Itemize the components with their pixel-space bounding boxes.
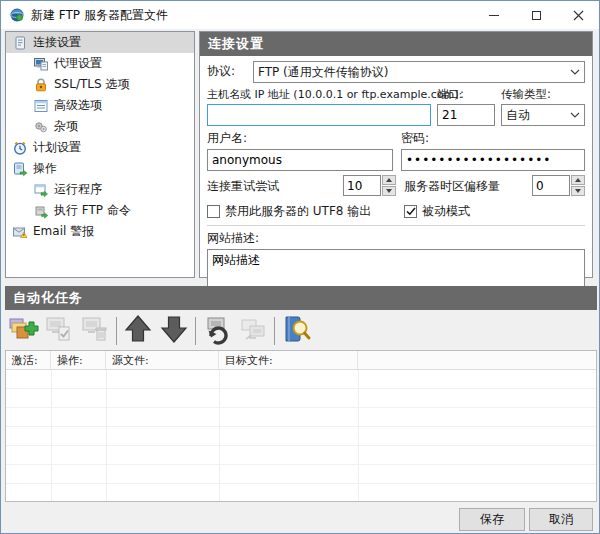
retry-label: 连接重试尝试: [207, 178, 343, 195]
retry-input[interactable]: [343, 175, 381, 196]
tasks-table-header: 激活:操作:源文件:目标文件:: [6, 351, 596, 370]
sidebar-item-actions[interactable]: 操作: [6, 158, 194, 179]
transfer-type-value: 自动: [506, 107, 530, 124]
delete-task-icon: [79, 313, 111, 348]
move-down-button[interactable]: [156, 313, 192, 349]
timezone-spin-down[interactable]: [571, 186, 585, 196]
app-icon: [9, 7, 25, 23]
toolbar-separator: [116, 317, 117, 345]
ftp-command-icon: [33, 203, 49, 219]
save-button[interactable]: 保存: [459, 508, 525, 531]
transfer-type-label: 传输类型:: [501, 87, 585, 102]
edit-task-button: [41, 313, 77, 349]
window-title: 新建 FTP 服务器配置文件: [31, 7, 473, 24]
column-divider: [106, 370, 107, 501]
sidebar-item-label: SSL/TLS 选项: [54, 76, 129, 93]
passive-checkbox-row[interactable]: 被动模式: [396, 203, 585, 220]
password-input[interactable]: [401, 149, 585, 171]
column-divider: [358, 370, 359, 501]
timezone-label: 服务器时区偏移量: [404, 178, 532, 195]
add-task-button[interactable]: [5, 313, 41, 349]
maximize-button[interactable]: [515, 1, 557, 29]
port-input[interactable]: [437, 104, 495, 126]
move-up-button[interactable]: [120, 313, 156, 349]
actions-icon: [12, 161, 28, 177]
delete-task-button: [77, 313, 113, 349]
dialog-body: 连接设置代理设置SSL/TLS 选项高级选项杂项计划设置操作运行程序执行 FTP…: [1, 29, 599, 534]
protocol-dropdown[interactable]: FTP (通用文件传输协议): [253, 61, 585, 83]
chevron-down-icon: [570, 112, 580, 118]
utf8-checkbox-row[interactable]: 禁用此服务器的 UTF8 输出: [207, 203, 396, 220]
spin-up-icon: [575, 178, 581, 182]
add-task-icon: [7, 313, 39, 348]
sidebar-item-label: 计划设置: [33, 139, 81, 156]
sync-icon: [201, 313, 233, 348]
timezone-input[interactable]: [532, 175, 570, 196]
retry-spin-up[interactable]: [382, 175, 396, 185]
passive-checkbox[interactable]: [404, 205, 417, 218]
tasks-toolbar: [5, 312, 597, 349]
sidebar-item-execute-ftp-command[interactable]: 执行 FTP 命令: [6, 200, 194, 221]
timezone-spin-up[interactable]: [571, 175, 585, 185]
sidebar-item-label: 杂项: [54, 118, 78, 135]
connection-form: 协议: FTP (通用文件传输协议) 主机名或 IP 地址 (10.0.0.1 …: [200, 56, 592, 297]
host-input[interactable]: [207, 104, 431, 126]
timezone-spinner: [532, 175, 585, 197]
sidebar-item-advanced-options[interactable]: 高级选项: [6, 95, 194, 116]
username-label: 用户名:: [207, 130, 393, 147]
column-divider: [219, 370, 220, 501]
column-header[interactable]: 目标文件:: [219, 351, 358, 369]
advanced-icon: [33, 98, 49, 114]
sidebar-item-schedule-settings[interactable]: 计划设置: [6, 137, 194, 158]
misc-icon: [33, 119, 49, 135]
sidebar-item-miscellaneous[interactable]: 杂项: [6, 116, 194, 137]
proxy-icon: [33, 56, 49, 72]
connection-settings-panel: 连接设置 协议: FTP (通用文件传输协议) 主机名或 IP 地址 (10.0…: [199, 31, 593, 278]
lock-icon: [33, 77, 49, 93]
automation-tasks-header: 自动化任务: [5, 286, 597, 310]
sidebar-item-label: 高级选项: [54, 97, 102, 114]
column-header[interactable]: 源文件:: [106, 351, 219, 369]
sidebar-item-label: 执行 FTP 命令: [54, 202, 131, 219]
description-textarea[interactable]: 网站描述: [207, 249, 585, 289]
toolbar-separator: [274, 317, 275, 345]
tasks-table: 激活:操作:源文件:目标文件:: [5, 350, 597, 502]
sidebar-item-label: 连接设置: [33, 34, 81, 51]
spin-down-icon: [386, 189, 392, 193]
schedule-icon: [12, 140, 28, 156]
tasks-table-body[interactable]: [6, 370, 596, 501]
toolbar-separator: [195, 317, 196, 345]
arrow-down-icon: [158, 313, 190, 348]
username-input[interactable]: [207, 149, 393, 171]
port-label: 端口:: [437, 87, 495, 102]
minimize-button[interactable]: [473, 1, 515, 29]
close-icon: [573, 10, 584, 21]
form-separator: [207, 225, 585, 226]
sidebar-item-email-alerts[interactable]: Email 警报: [6, 221, 194, 242]
column-header[interactable]: 操作:: [51, 351, 106, 369]
sidebar-item-connection-settings[interactable]: 连接设置: [6, 32, 194, 53]
column-divider: [51, 370, 52, 501]
cancel-button[interactable]: 取消: [529, 508, 593, 531]
edit-task-icon: [43, 313, 75, 348]
transfer-gray-icon: [237, 313, 269, 348]
preview-button[interactable]: [278, 313, 314, 349]
sidebar-item-label: 代理设置: [54, 55, 102, 72]
preview-icon: [280, 313, 312, 348]
host-label: 主机名或 IP 地址 (10.0.0.1 or ftp.example.com)…: [207, 87, 431, 102]
sidebar-item-ssl-tls-options[interactable]: SSL/TLS 选项: [6, 74, 194, 95]
column-header[interactable]: 激活:: [6, 351, 51, 369]
utf8-checkbox[interactable]: [207, 205, 220, 218]
maximize-icon: [532, 11, 541, 20]
transfer-type-dropdown[interactable]: 自动: [501, 104, 585, 126]
sidebar-item-run-program[interactable]: 运行程序: [6, 179, 194, 200]
sidebar-item-proxy-settings[interactable]: 代理设置: [6, 53, 194, 74]
retry-spin-down[interactable]: [382, 186, 396, 196]
title-bar: 新建 FTP 服务器配置文件: [1, 1, 599, 29]
synchronize-button[interactable]: [199, 313, 235, 349]
passive-checkbox-label: 被动模式: [422, 203, 470, 220]
close-button[interactable]: [557, 1, 599, 29]
spin-down-icon: [575, 189, 581, 193]
connection-settings-header: 连接设置: [200, 32, 592, 56]
utf8-checkbox-label: 禁用此服务器的 UTF8 输出: [225, 203, 371, 220]
